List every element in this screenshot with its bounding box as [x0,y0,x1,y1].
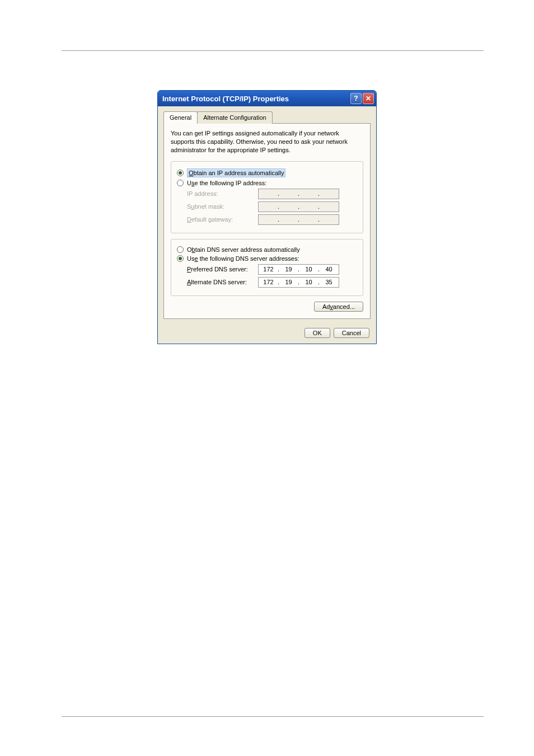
cancel-button[interactable]: Cancel [334,328,369,338]
accel-u: u [191,203,194,210]
general-panel: You can get IP settings assigned automat… [163,124,371,319]
label-preferred-dns: Preferred DNS server: [177,266,258,273]
radio-use-dns-row[interactable]: Use the following DNS server addresses: [177,255,357,262]
tab-general[interactable]: General [163,111,198,124]
row-subnet-mask: Subnet mask: ... [177,201,357,212]
label-default-gateway: Default gateway: [177,216,258,223]
pref-dns-b[interactable]: 19 [283,266,295,273]
page-divider-bottom [62,716,484,717]
dialog-footer: OK Cancel [158,323,376,344]
page-divider-top [62,50,484,51]
accel-b: b [192,246,195,253]
radio-use-ip-label: Use the following IP address: [187,180,266,186]
alt-dns-d[interactable]: 35 [323,279,335,285]
description-text: You can get IP settings assigned automat… [171,129,363,154]
input-alternate-dns[interactable]: 172. 19. 10. 35 [258,277,339,288]
radio-obtain-ip[interactable] [177,170,184,176]
ip-fieldset: Obtain an IP address automatically Use t… [171,161,363,233]
input-preferred-dns[interactable]: 172. 19. 10. 40 [258,264,339,275]
accel-d: D [187,216,191,223]
row-ip-address: IP address: ... [177,189,357,199]
titlebar[interactable]: Internet Protocol (TCP/IP) Properties ? … [158,91,376,106]
alt-dns-b[interactable]: 19 [283,279,295,285]
dialog-wrapper: Internet Protocol (TCP/IP) Properties ? … [157,90,377,344]
advanced-row: Advanced... [171,302,363,312]
radio-use-dns[interactable] [177,255,184,262]
radio-obtain-ip-label: Obtain an IP address automatically [187,168,285,177]
close-button[interactable]: ✕ [363,93,374,104]
accel-v: v [330,303,333,310]
row-default-gateway: Default gateway: ... [177,214,357,225]
radio-use-dns-label: Use the following DNS server addresses: [187,255,299,262]
label-ip-address: IP address: [177,190,258,197]
accel-s: s [191,180,195,186]
help-button[interactable]: ? [350,93,362,104]
input-default-gateway: ... [258,214,339,225]
dns-fieldset: Obtain DNS server address automatically … [171,239,363,296]
pref-dns-a[interactable]: 172 [263,266,275,273]
alt-dns-c[interactable]: 10 [303,279,315,285]
label-alternate-dns: Alternate DNS server: [177,279,258,285]
tcpip-properties-dialog: Internet Protocol (TCP/IP) Properties ? … [157,90,377,344]
radio-use-ip-row[interactable]: Use the following IP address: [177,180,357,186]
tabstrip: General Alternate Configuration [163,111,371,124]
alt-dns-a[interactable]: 172 [263,279,275,285]
ok-button[interactable]: OK [305,328,330,338]
accel-a: A [187,279,191,285]
tab-alternate[interactable]: Alternate Configuration [197,111,273,124]
radio-obtain-dns-label: Obtain DNS server address automatically [187,246,300,253]
accel-o: O [189,170,194,176]
label-subnet-mask: Subnet mask: [177,203,258,210]
row-preferred-dns: Preferred DNS server: 172. 19. 10. 40 [177,264,357,275]
input-subnet-mask: ... [258,201,339,212]
pref-dns-c[interactable]: 10 [303,266,315,273]
radio-obtain-dns-row[interactable]: Obtain DNS server address automatically [177,246,357,253]
radio-obtain-dns[interactable] [177,246,184,253]
radio-use-ip[interactable] [177,180,184,186]
dialog-title: Internet Protocol (TCP/IP) Properties [162,95,349,103]
accel-p: P [187,266,191,273]
pref-dns-d[interactable]: 40 [323,266,335,273]
input-ip-address: ... [258,189,339,199]
radio-obtain-ip-row[interactable]: Obtain an IP address automatically [177,168,357,177]
row-alternate-dns: Alternate DNS server: 172. 19. 10. 35 [177,277,357,288]
accel-e: e [194,255,198,262]
advanced-button[interactable]: Advanced... [314,302,363,312]
